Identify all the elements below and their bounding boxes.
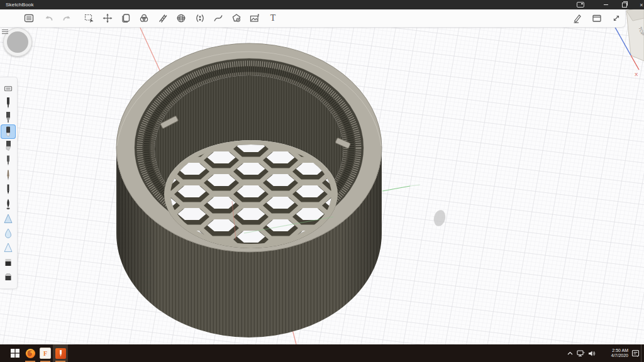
brush-quill-icon[interactable] (1, 197, 16, 211)
import-image-icon[interactable] (247, 10, 263, 26)
text-tool-icon[interactable]: T (265, 10, 281, 26)
redo-icon[interactable] (59, 10, 75, 26)
volume-icon[interactable] (586, 344, 597, 362)
fullscreen-icon[interactable] (608, 10, 625, 26)
hidden-icons-chevron[interactable] (565, 344, 575, 362)
perspective-guides-icon[interactable] (173, 10, 189, 26)
title-bar: SketchBook × (0, 0, 644, 9)
action-center-icon[interactable] (630, 344, 641, 362)
hard-eraser-icon[interactable] (1, 255, 16, 269)
restore-button[interactable] (616, 0, 633, 9)
close-button[interactable]: × (633, 0, 644, 9)
windows-taskbar: F 2:50 AM 4/7/2020 (0, 344, 644, 362)
brush-settings-icon[interactable] (569, 10, 586, 26)
brush-watercolor-icon[interactable] (1, 226, 16, 240)
system-tray: 2:50 AM 4/7/2020 (565, 344, 644, 362)
clock-time: 2:50 AM (599, 348, 628, 353)
drawing-canvas[interactable]: TOP X (0, 9, 644, 344)
soft-eraser-icon[interactable] (1, 269, 16, 283)
puck-inner-disc (7, 31, 28, 53)
ruler-icon[interactable] (155, 10, 171, 26)
minimize-button[interactable] (597, 0, 614, 9)
brush-palette (0, 77, 18, 289)
show-desktop-button[interactable] (641, 344, 644, 362)
fill-color-icon[interactable] (136, 10, 152, 26)
window-title: SketchBook (6, 2, 34, 8)
taskbar-clock[interactable]: 2:50 AM 4/7/2020 (599, 348, 628, 358)
pen-input-icon[interactable] (572, 0, 589, 9)
interface-panel-icon[interactable] (589, 10, 605, 26)
brush-smudge-icon[interactable] (1, 240, 16, 255)
model-cylinder (116, 43, 382, 337)
brush-marker-icon[interactable] (1, 124, 16, 139)
transform-tool-icon[interactable] (99, 10, 116, 26)
stroke-style-icon[interactable] (210, 10, 226, 26)
brush-fine-liner-icon[interactable] (1, 182, 16, 197)
main-toolbar: T (0, 9, 626, 28)
brush-chisel-marker-icon[interactable] (1, 139, 16, 153)
taskbar-firefox-icon[interactable] (23, 344, 38, 362)
puck-menu-icon[interactable] (2, 28, 8, 33)
taskbar-fusion360-icon[interactable]: F (38, 344, 53, 362)
distort-icon[interactable] (192, 10, 208, 26)
start-button[interactable] (8, 344, 23, 362)
selection-tool-icon[interactable] (81, 10, 97, 26)
axis-x-label: X (635, 72, 638, 77)
menu-icon[interactable] (21, 10, 37, 26)
crop-tool-icon[interactable] (118, 10, 134, 26)
brush-paintbrush-icon[interactable] (1, 168, 16, 182)
brush-technical-pencil-icon[interactable] (1, 110, 16, 124)
network-icon[interactable] (575, 344, 586, 362)
canvas-image: TOP X (0, 9, 644, 344)
taskbar-sketchbook-icon[interactable] (53, 344, 68, 362)
lasso-fill-icon[interactable] (228, 10, 245, 26)
brush-airbrush-icon[interactable] (1, 211, 16, 226)
undo-icon[interactable] (40, 10, 57, 26)
brush-inking-pen-icon[interactable] (1, 153, 16, 168)
brush-library-icon[interactable] (1, 81, 16, 96)
sketchbook-window: TOP X SketchBook × (0, 0, 644, 362)
clock-date: 4/7/2020 (599, 353, 628, 358)
brush-pencil-icon[interactable] (1, 96, 16, 110)
